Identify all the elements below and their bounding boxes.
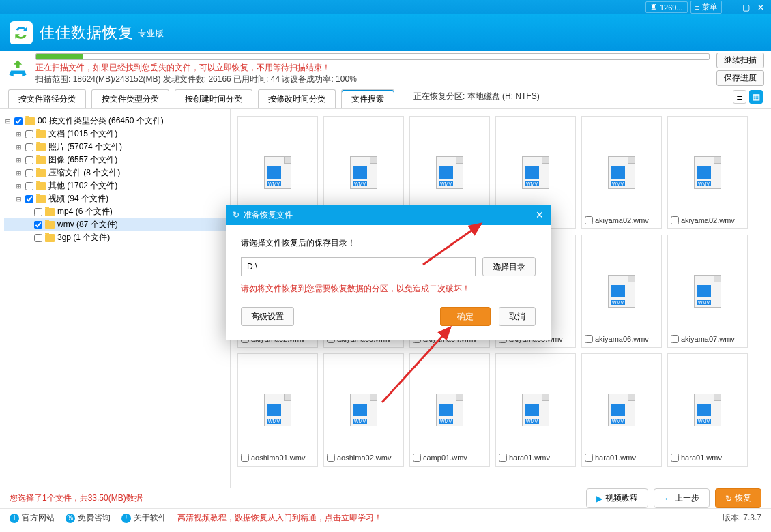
file-cell[interactable]: WMVakiyama02.wmv [667,116,748,229]
version-label: 版本: 7.3.7 [723,512,761,524]
file-name-row: akiyama06.wmv [585,335,658,343]
file-cell[interactable]: WMVaoshima01.wmv [237,353,318,467]
file-checkbox[interactable] [585,454,593,462]
file-name-label: akiyama07.wmv [681,335,735,343]
free-consult-link[interactable]: %免费咨询 [66,512,111,524]
grid-view-button[interactable]: ▦ [749,90,763,104]
tab-by-create-time[interactable]: 按创建时间分类 [175,89,252,108]
list-view-button[interactable]: ≣ [733,90,746,104]
tree-root-label: 00 按文件类型分类 (66450 个文件) [38,115,164,127]
play-icon: ▶ [596,494,602,503]
selection-summary: 您选择了1个文件，共33.50(MB)数据 [10,492,143,504]
scan-meta-text: 扫描范围: 18624(MB)/243152(MB) 发现文件数: 26166 … [35,74,710,85]
file-checkbox[interactable] [671,335,679,343]
tab-by-type[interactable]: 按文件类型分类 [91,89,169,108]
advanced-settings-button[interactable]: 高级设置 [241,307,294,326]
window-titlebar: ♜1269... ≡菜单 ─ ▢ ✕ [0,0,771,14]
file-cell[interactable]: WMVaoshima02.wmv [323,353,404,467]
wmv-file-icon: WMV [608,156,635,189]
wmv-file-icon: WMV [264,156,291,189]
file-name-label: hara01.wmv [509,454,550,462]
recover-dialog: ↻ 准备恢复文件 ✕ 请选择文件恢复后的保存目录！ 选择目录 请勿将文件恢复到您… [226,205,551,340]
wmv-file-icon: WMV [436,394,463,426]
save-path-input[interactable] [241,257,476,276]
video-tutorial-button[interactable]: ▶视频教程 [586,488,648,508]
account-button[interactable]: ♜1269... [645,1,688,13]
dialog-icon: ↻ [233,210,239,220]
footer-bar: i官方网站 %免费咨询 !关于软件 高清视频教程，数据恢复从入门到精通，点击立即… [0,508,771,527]
about-link[interactable]: !关于软件 [121,512,166,524]
dialog-cancel-button[interactable]: 取消 [499,307,536,326]
summary-bar: 您选择了1个文件，共33.50(MB)数据 ▶视频教程 ←上一步 ↻恢复 [0,488,771,508]
tab-by-modify-time[interactable]: 按修改时间分类 [258,89,336,108]
file-name-row: hara01.wmv [585,454,658,462]
wmv-file-icon: WMV [694,394,721,426]
file-name-label: camp01.wmv [423,454,467,462]
file-checkbox[interactable] [585,216,593,224]
file-cell[interactable]: WMVhara01.wmv [495,353,576,467]
file-name-row: akiyama02.wmv [671,216,744,224]
dialog-ok-button[interactable]: 确定 [440,307,491,326]
file-checkbox[interactable] [499,454,507,462]
globe-icon: i [10,514,19,523]
menu-icon: ≡ [695,3,699,12]
wmv-file-icon: WMV [694,275,721,308]
save-progress-button[interactable]: 保存进度 [716,70,764,86]
file-checkbox[interactable] [413,454,421,462]
footer-promo[interactable]: 高清视频教程，数据恢复从入门到精通，点击立即学习！ [177,512,382,524]
dialog-subtitle: 请选择文件恢复后的保存目录！ [241,237,536,249]
file-cell[interactable]: WMVhara01.wmv [581,353,662,467]
file-cell[interactable]: WMVakiyama06.wmv [581,235,662,348]
tree-checkbox[interactable] [14,117,23,125]
arrow-left-icon: ← [664,494,672,503]
file-name-row: aoshima01.wmv [241,454,315,462]
file-name-label: aoshima01.wmv [251,454,305,462]
wmv-file-icon: WMV [522,394,549,426]
file-name-row: aoshima02.wmv [327,454,401,462]
official-site-link[interactable]: i官方网站 [10,512,55,524]
file-cell[interactable]: WMVakiyama02.wmv [581,116,662,229]
refresh-icon: ↻ [725,494,732,503]
wmv-file-icon: WMV [436,156,463,189]
tab-by-path[interactable]: 按文件路径分类 [8,89,86,108]
file-name-label: akiyama06.wmv [595,335,649,343]
file-name-label: hara01.wmv [681,454,722,462]
file-name-label: aoshima02.wmv [337,454,391,462]
file-checkbox[interactable] [241,454,249,462]
file-cell[interactable]: WMVakiyama07.wmv [667,235,748,348]
minimize-icon[interactable]: ─ [725,3,737,12]
file-name-label: akiyama02.wmv [681,216,735,224]
file-checkbox[interactable] [327,454,335,462]
expand-icon[interactable]: ⊟ [4,117,12,126]
file-checkbox[interactable] [671,454,679,462]
wmv-file-icon: WMV [522,156,549,189]
scan-progress-panel: 正在扫描文件，如果已经找到您丢失的文件，可以立即恢复，不用等待扫描结束！ 扫描范… [0,51,771,87]
wmv-file-icon: WMV [608,394,635,426]
app-header: 佳佳数据恢复专业版 [0,14,771,51]
file-name-row: hara01.wmv [499,454,572,462]
prev-step-button[interactable]: ←上一步 [654,488,710,508]
tab-file-search[interactable]: 文件搜索 [341,89,394,108]
file-tree[interactable]: ⊟00 按文件类型分类 (66450 个文件) ⊞文档 (1015 个文件) ⊞… [0,109,231,488]
dialog-warning: 请勿将文件恢复到您需要恢复数据的分区，以免造成二次破坏！ [241,283,536,295]
file-name-row: hara01.wmv [671,454,744,462]
dialog-title: 准备恢复文件 [244,209,293,221]
menu-button[interactable]: ≡菜单 [690,1,722,14]
close-icon[interactable]: ✕ [755,3,767,12]
chat-icon: % [66,514,75,523]
file-cell[interactable]: WMVcamp01.wmv [409,353,490,467]
maximize-icon[interactable]: ▢ [740,3,752,12]
file-checkbox[interactable] [671,216,679,224]
file-checkbox[interactable] [585,335,593,343]
tab-bar: 按文件路径分类 按文件类型分类 按创建时间分类 按修改时间分类 文件搜索 正在恢… [0,87,771,109]
choose-dir-button[interactable]: 选择目录 [482,257,536,276]
continue-scan-button[interactable]: 继续扫描 [716,53,764,68]
wmv-file-icon: WMV [608,275,635,308]
file-name-label: hara01.wmv [595,454,636,462]
app-title: 佳佳数据恢复专业版 [40,23,164,43]
file-cell[interactable]: WMVhara01.wmv [667,353,748,467]
dialog-close-icon[interactable]: ✕ [536,209,544,220]
recover-button[interactable]: ↻恢复 [715,488,761,508]
dialog-header: ↻ 准备恢复文件 ✕ [226,205,551,225]
partition-label: 正在恢复分区: 本地磁盘 (H: NTFS) [413,91,540,105]
